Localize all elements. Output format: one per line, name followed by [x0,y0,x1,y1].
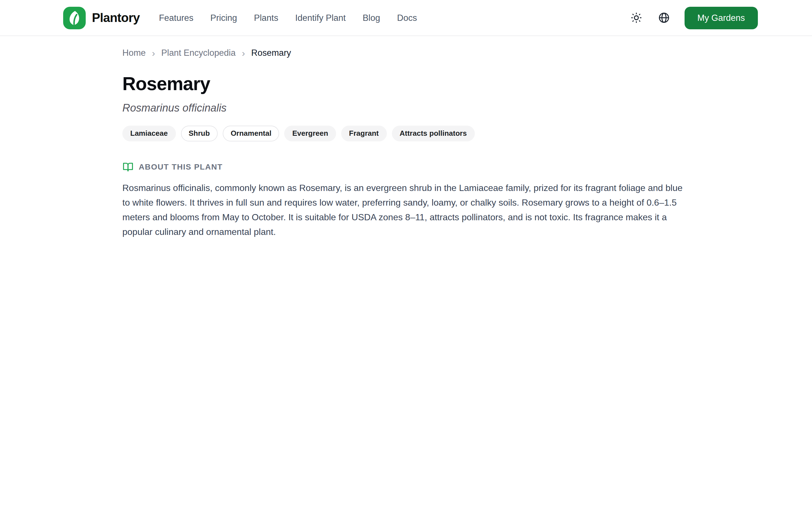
brand-name: Plantory [92,10,140,25]
language-button[interactable] [657,11,671,25]
nav-item-docs[interactable]: Docs [397,13,417,23]
globe-icon [658,12,670,24]
breadcrumb-current: Rosemary [251,48,291,58]
about-heading: ABOUT THIS PLANT [122,161,690,173]
latin-name: Rosmarinus officinalis [122,102,690,114]
tag-attracts-pollinators[interactable]: Attracts pollinators [392,126,474,142]
brand[interactable]: Plantory [63,6,140,29]
nav-item-plants[interactable]: Plants [254,13,278,23]
top-nav: Plantory Features Pricing Plants Identif… [0,0,812,36]
main-nav: Features Pricing Plants Identify Plant B… [159,13,417,23]
nav-item-pricing[interactable]: Pricing [210,13,237,23]
breadcrumb: Home › Plant Encyclopedia › Rosemary [122,48,690,58]
sun-icon [630,12,642,24]
tag-list: Lamiaceae Shrub Ornamental Evergreen Fra… [122,126,690,142]
tag-evergreen[interactable]: Evergreen [285,126,336,142]
chevron-right-icon: › [152,48,155,58]
nav-item-identify-plant[interactable]: Identify Plant [295,13,346,23]
nav-item-features[interactable]: Features [159,13,193,23]
chevron-right-icon: › [242,48,245,58]
nav-item-blog[interactable]: Blog [363,13,380,23]
book-open-icon [122,161,134,173]
about-heading-text: ABOUT THIS PLANT [139,163,223,172]
tag-ornamental[interactable]: Ornamental [223,126,280,142]
tag-lamiaceae[interactable]: Lamiaceae [122,126,175,142]
tag-fragrant[interactable]: Fragrant [341,126,387,142]
tag-shrub[interactable]: Shrub [181,126,218,142]
breadcrumb-plant-encyclopedia[interactable]: Plant Encyclopedia [161,48,236,58]
page: Plantory Features Pricing Plants Identif… [0,0,812,253]
plantory-logo-icon [63,6,86,29]
page-title: Rosemary [122,73,690,95]
about-text: Rosmarinus officinalis, commonly known a… [122,181,690,240]
theme-toggle-button[interactable] [629,11,643,25]
my-gardens-button[interactable]: My Gardens [684,6,758,29]
main-content: Home › Plant Encyclopedia › Rosemary Ros… [122,36,690,253]
breadcrumb-home[interactable]: Home [122,48,146,58]
